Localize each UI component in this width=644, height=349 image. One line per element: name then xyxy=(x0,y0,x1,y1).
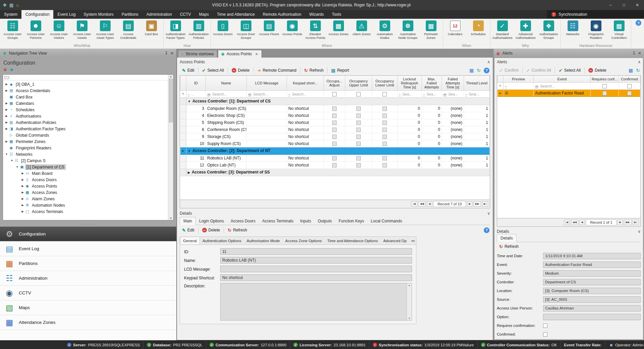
pager-button[interactable]: ◀ xyxy=(427,201,432,207)
filter-checkbox[interactable] xyxy=(332,92,337,96)
filter-type-icon[interactable]: ab xyxy=(207,93,211,97)
sync-status[interactable]: ! Synchronisation xyxy=(547,10,644,19)
tree-expander-icon[interactable]: ▶ xyxy=(4,83,9,86)
tree-item-alarm-zones[interactable]: ▶⚠Alarm Zones xyxy=(3,196,168,202)
filter-cell[interactable]: =Sea... xyxy=(398,90,422,97)
tree-expander-icon[interactable]: ▶ xyxy=(20,191,25,194)
network-view-icon[interactable]: ❖ xyxy=(10,67,14,72)
remote-command-button[interactable]: ➜Remote Command xyxy=(255,67,299,74)
tree-item-perimeter-zones[interactable]: ▶▦Perimeter Zones xyxy=(3,138,168,145)
filter-type-icon[interactable]: = xyxy=(423,93,425,97)
delete-button[interactable]: –Delete xyxy=(200,227,223,233)
filter-type-icon[interactable]: ab xyxy=(248,93,251,97)
tab-close-icon[interactable]: ✕ xyxy=(255,52,258,56)
tree-expander-icon[interactable]: ▶ xyxy=(4,121,9,124)
subtab-authentication-options[interactable]: Authentication Options xyxy=(200,237,244,244)
tree-item-networks[interactable]: ▼☷Networks xyxy=(3,151,168,157)
confirm-button[interactable]: ✓Confirm xyxy=(497,67,521,74)
pager-button[interactable]: |◀ xyxy=(564,220,570,225)
collapse-details-icon[interactable]: ∨ xyxy=(487,211,490,216)
detail-checkbox[interactable] xyxy=(543,324,547,328)
ribbon-authorisation-groups[interactable]: ❖Authorisation Groups xyxy=(537,19,560,43)
menu-event-log[interactable]: Event Log xyxy=(53,10,79,19)
subtab-scroll-left-icon[interactable]: ◂ xyxy=(411,239,413,242)
refresh-grid-icon[interactable]: ↻ xyxy=(636,68,640,73)
column-requires-conf[interactable]: Requires conf... xyxy=(591,76,619,82)
details-tab-access-terminals[interactable]: Access Terminals xyxy=(259,217,297,225)
ribbon-authentication-policies[interactable]: ▥Authentication Policies xyxy=(187,19,210,43)
field-event[interactable]: Authentication Factor Read xyxy=(543,262,641,268)
field-controller[interactable]: Department of CS xyxy=(543,279,641,285)
menu-administration[interactable]: Administration xyxy=(142,10,176,19)
tree-item-access-doors[interactable]: ▶▯Access Doors xyxy=(3,177,168,183)
filter-cell[interactable] xyxy=(591,82,619,89)
pager-button[interactable]: ◀◀ xyxy=(571,220,578,225)
ribbon-card-box[interactable]: ▣Card Box xyxy=(140,19,163,43)
column-occupancy-lower-limit[interactable]: Occupancy Lower Limit xyxy=(372,76,398,90)
field-name[interactable]: Robotics LAB (NT) xyxy=(220,257,412,264)
filter-cell[interactable]: =... xyxy=(186,90,206,97)
tab-access-points[interactable]: ◉Access Points✕ xyxy=(218,50,261,58)
filter-cell[interactable] xyxy=(345,90,372,97)
help-icon[interactable]: ? xyxy=(484,68,489,73)
filter-cell[interactable] xyxy=(372,90,398,97)
subtab-access-zone-options[interactable]: Access Zone Options xyxy=(283,237,325,244)
ribbon-advanced-authorisations[interactable]: ✚Advanced Authorisations xyxy=(514,19,537,43)
menu-time-and-attendance[interactable]: Time and Attendance xyxy=(213,10,259,19)
panel-splitter[interactable]: ······ xyxy=(0,222,176,226)
filter-checkbox[interactable] xyxy=(383,92,387,96)
tree-expander-icon[interactable]: ▶ xyxy=(20,185,25,188)
sidebar-item-event-log[interactable]: ▤Event Log xyxy=(0,241,176,256)
tree-filter-box[interactable] xyxy=(4,76,9,79)
details-tab-function-keys[interactable]: Function Keys xyxy=(335,217,367,225)
ribbon-perimeter-zones[interactable]: ▦Perimeter Zones xyxy=(419,19,443,43)
filter-cell[interactable]: abSea... xyxy=(442,90,464,97)
collapse-alerts-icon[interactable]: ∧ xyxy=(638,60,641,64)
tree-expander-icon[interactable]: ▶ xyxy=(20,210,25,213)
select-all-button[interactable]: ✔Select All xyxy=(200,67,226,74)
filter-checkbox[interactable] xyxy=(627,84,632,88)
subtab-general[interactable]: General xyxy=(180,237,200,244)
tree-item-access-terminals[interactable]: ▶▢Access Terminals xyxy=(3,208,168,215)
column-max-failed-attempts[interactable]: Max. Failed Attempts xyxy=(422,76,442,90)
collapse-alert-details-icon[interactable]: ∨ xyxy=(638,229,641,234)
tree-expander-icon[interactable]: ▶ xyxy=(4,115,9,118)
pin-icon[interactable]: ↧ xyxy=(632,51,636,56)
menu-tools[interactable]: Tools xyxy=(328,10,345,19)
ribbon-fingerprint-readers[interactable]: ◉Fingerprint Readers xyxy=(584,19,607,43)
ribbon-automation-node-groups[interactable]: ☸Automation Node Groups xyxy=(396,19,419,43)
column-failed-attempts-time-s[interactable]: Failed Attempts Time [s] xyxy=(442,76,464,90)
tree-expander-icon[interactable]: ▶ xyxy=(4,89,9,92)
ribbon-access-points[interactable]: ◉Access Points xyxy=(281,19,304,43)
filter-cell[interactable] xyxy=(619,82,640,89)
table-row[interactable]: 10Supply Room (CS)No shortcut00(none)1 xyxy=(180,140,490,147)
field-location[interactable]: [3]: Computer Room (CS) xyxy=(543,288,641,294)
filter-type-icon[interactable]: ab xyxy=(535,85,538,89)
table-row[interactable]: 3Computer Room (CS)No shortcut00(none)1 xyxy=(180,105,490,112)
collapse-all-icon[interactable]: ✖ xyxy=(3,67,7,72)
menu-system-monitors[interactable]: System Monitors xyxy=(79,10,117,19)
tree-expander-icon[interactable]: ▶ xyxy=(20,172,25,175)
table-row[interactable]: 6Conference Room (CS)No shortcut00(none)… xyxy=(180,126,490,133)
pager-button[interactable]: ▶ xyxy=(618,220,623,225)
column-confirmed[interactable]: Confirmed xyxy=(619,76,640,82)
pager-button[interactable]: ▶ xyxy=(467,201,472,207)
ribbon-access-doors[interactable]: ▯Access Doors xyxy=(211,19,234,43)
column-preview[interactable]: Preview xyxy=(504,76,534,82)
close-panel-icon[interactable]: ✕ xyxy=(638,51,641,56)
field-time-and-date[interactable]: 1/11/2019 9:10:31 AM xyxy=(543,253,641,259)
tree-item-1-department-of-cs[interactable]: ▼▣[1] Department of CS xyxy=(3,164,168,170)
scroll-up-icon[interactable]: ▲ xyxy=(170,75,172,78)
ribbon-access-user-assets[interactable]: ⚑Access User Assets xyxy=(70,19,94,43)
tree-item-global-commands[interactable]: ▷Global Commands xyxy=(3,132,168,138)
filter-cell[interactable]: abSearch... xyxy=(534,82,591,89)
pager-button[interactable]: ◀◀ xyxy=(418,201,426,207)
ribbon-access-zones[interactable]: ▩Access Zones xyxy=(327,19,350,43)
delete-button[interactable]: –Delete xyxy=(229,67,252,74)
column-occupancy-upper-limit[interactable]: Occupancy Upper Limit xyxy=(345,76,372,90)
tree-expander-icon[interactable]: ▼ xyxy=(4,153,9,156)
filter-cell[interactable]: abSearch... xyxy=(206,90,247,97)
details-tab-inputs[interactable]: Inputs xyxy=(297,217,314,225)
tree-item-calendars[interactable]: ▶▦Calendars xyxy=(3,100,168,107)
tab-strona-startowa[interactable]: ⌂Strona startowa xyxy=(178,50,217,58)
